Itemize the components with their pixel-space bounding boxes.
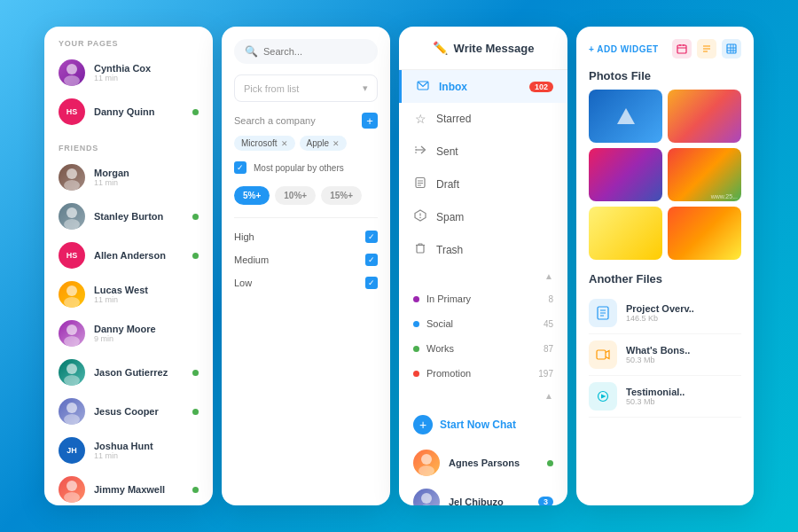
category-item-works[interactable]: Works 87 xyxy=(399,336,567,361)
contact-info: Jesus Cooper xyxy=(94,406,184,417)
section-title-pages: YOUR PAGES xyxy=(44,27,213,53)
section-separator-contacts[interactable]: ▲ xyxy=(399,386,567,406)
write-message-header: ✏️ Write Message xyxy=(399,27,567,70)
search-bar[interactable]: 🔍 xyxy=(234,39,378,64)
contact-item[interactable]: Stanley Burton xyxy=(44,197,213,236)
tag-apple[interactable]: Apple ✕ xyxy=(300,136,348,151)
tag-label: Microsoft xyxy=(241,138,278,148)
category-item-primary[interactable]: In Primary 8 xyxy=(399,286,567,311)
mail-label-spam: Spam xyxy=(436,211,553,223)
contact-item[interactable]: Jimmy Maxwell xyxy=(44,470,213,505)
widget-icon-table[interactable] xyxy=(722,39,741,59)
contact-time: 9 min xyxy=(94,334,199,343)
svg-point-15 xyxy=(64,492,80,503)
widget-icon-calendar[interactable] xyxy=(672,39,692,59)
contact-info: Jimmy Maxwell xyxy=(94,484,184,495)
file-item-project[interactable]: Project Overv.. 146.5 Kb xyxy=(589,293,741,334)
photo-thumb-4[interactable]: www.25... xyxy=(668,148,741,201)
mail-label-inbox: Inbox xyxy=(439,81,520,93)
svg-point-6 xyxy=(66,286,77,296)
mail-label-draft: Draft xyxy=(436,178,553,191)
file-item-testimonial[interactable]: Testimonial.. 50.3 Mb xyxy=(589,376,741,418)
add-company-button[interactable]: + xyxy=(362,113,378,129)
svg-point-11 xyxy=(64,375,80,386)
contact-name: Cynthia Cox xyxy=(94,63,199,74)
category-label-works: Works xyxy=(426,343,536,354)
contact-item[interactable]: Cynthia Cox 11 min xyxy=(44,53,213,92)
trash-icon xyxy=(413,242,427,257)
contact-name: Allen Anderson xyxy=(94,250,184,261)
status-dot xyxy=(192,253,199,259)
start-chat-label: Start Now Chat xyxy=(440,419,516,431)
photo-thumb-1[interactable] xyxy=(589,90,662,143)
search-input[interactable] xyxy=(263,46,386,57)
svg-point-3 xyxy=(64,180,80,191)
avatar xyxy=(59,320,85,347)
add-widget-label[interactable]: + ADD WIDGET xyxy=(589,44,659,54)
tag-close-icon[interactable]: ✕ xyxy=(332,139,340,148)
contact-item[interactable]: JH Joshua Hunt 11 min xyxy=(44,431,213,470)
inbox-badge: 102 xyxy=(529,82,553,92)
category-item-promotion[interactable]: Promotion 197 xyxy=(399,361,567,386)
category-label-social: Social xyxy=(426,318,536,329)
contact-item[interactable]: Lucas West 11 min xyxy=(44,275,213,314)
tag-close-icon[interactable]: ✕ xyxy=(281,139,288,148)
contact-item[interactable]: Jesus Cooper xyxy=(44,392,213,431)
contact-item[interactable]: HS Danny Quinn xyxy=(44,92,213,131)
photo-thumb-3[interactable] xyxy=(589,148,662,201)
divider xyxy=(234,217,378,218)
range-btn-5[interactable]: 5%+ xyxy=(234,186,270,205)
checkbox-medium[interactable]: ✓ xyxy=(365,254,378,266)
filter-label-low: Low xyxy=(234,278,252,288)
svg-point-1 xyxy=(64,75,80,86)
status-dot xyxy=(192,109,199,115)
category-dot-social xyxy=(413,321,419,327)
start-chat-button[interactable]: + Start Now Chat xyxy=(399,406,567,443)
mail-nav-starred[interactable]: ☆ Starred xyxy=(399,103,567,135)
mail-nav-spam[interactable]: Spam xyxy=(399,200,567,233)
checkbox-high[interactable]: ✓ xyxy=(365,231,378,243)
tag-microsoft[interactable]: Microsoft ✕ xyxy=(234,136,295,151)
avatar xyxy=(413,450,440,476)
contact-info: Stanley Burton xyxy=(94,211,184,222)
photo-thumb-2[interactable] xyxy=(668,90,741,143)
contact-item[interactable]: Morgan 11 min xyxy=(44,158,213,197)
checkbox-low[interactable]: ✓ xyxy=(365,277,378,289)
contact-item[interactable]: Jason Gutierrez xyxy=(44,353,213,392)
file-icon-audio xyxy=(589,382,617,411)
mail-nav-draft[interactable]: Draft xyxy=(399,168,567,200)
section-separator-categories[interactable]: ▲ xyxy=(399,266,567,286)
mail-nav-trash[interactable]: Trash xyxy=(399,233,567,266)
avatar xyxy=(59,398,85,425)
checkbox-row[interactable]: ✓ Most popular by others xyxy=(234,161,378,174)
svg-rect-47 xyxy=(597,350,606,359)
file-info-project: Project Overv.. 146.5 Kb xyxy=(626,303,741,323)
mail-nav-inbox[interactable]: Inbox 102 xyxy=(399,70,567,103)
widget-icon-list[interactable] xyxy=(697,39,716,59)
photos-title: Photos File xyxy=(589,69,741,82)
pick-from-list-dropdown[interactable]: Pick from list ▾ xyxy=(234,74,378,102)
photo-thumb-5[interactable] xyxy=(589,207,662,260)
file-info-testimonial: Testimonial.. 50.3 Mb xyxy=(626,387,741,406)
contact-item[interactable]: HS Allen Anderson xyxy=(44,236,213,275)
contact-item[interactable]: Danny Moore 9 min xyxy=(44,314,213,353)
mail-nav-sent[interactable]: Sent xyxy=(399,135,567,168)
svg-point-30 xyxy=(419,505,434,505)
svg-point-28 xyxy=(419,466,434,476)
recent-contact-agnes[interactable]: Agnes Parsons xyxy=(399,443,567,482)
sent-icon xyxy=(413,144,427,159)
svg-point-25 xyxy=(419,217,421,219)
starred-icon: ☆ xyxy=(413,112,427,126)
range-btn-10[interactable]: 10%+ xyxy=(275,186,316,205)
contacts-panel: YOUR PAGES Cynthia Cox 11 min HS Danny Q… xyxy=(44,27,213,505)
category-item-social[interactable]: Social 45 xyxy=(399,311,567,336)
recent-contact-jel[interactable]: Jel Chibuzo 3 xyxy=(399,482,567,505)
contact-info: Jel Chibuzo xyxy=(449,497,529,505)
avatar xyxy=(59,203,85,230)
avatar xyxy=(59,281,85,308)
range-btn-15[interactable]: 15%+ xyxy=(321,186,362,205)
file-item-bons[interactable]: What's Bons.. 50.3 Mb xyxy=(589,334,741,376)
category-dot-primary xyxy=(413,296,419,302)
photo-thumb-6[interactable] xyxy=(668,207,741,260)
contact-name: Jesus Cooper xyxy=(94,406,184,417)
